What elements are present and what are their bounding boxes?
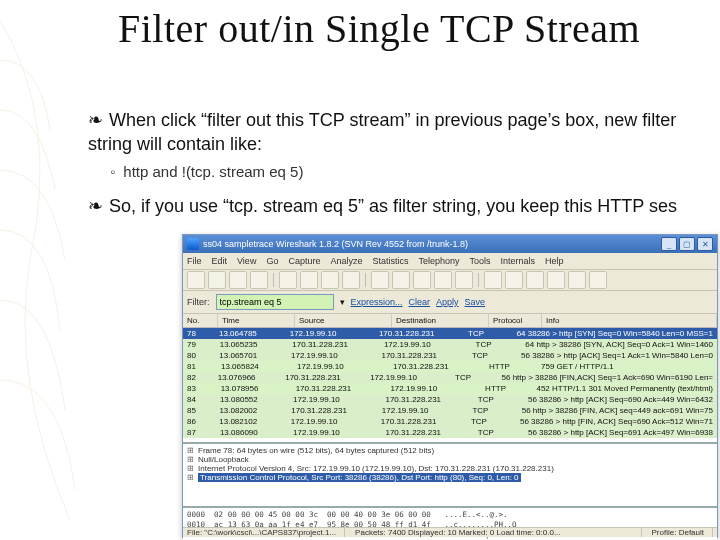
toolbar-button[interactable]	[434, 271, 452, 289]
cell-dst: 170.31.228.231	[389, 361, 485, 372]
toolbar-button[interactable]	[413, 271, 431, 289]
status-profile: Profile: Default	[652, 528, 713, 537]
menu-analyze[interactable]: Analyze	[330, 256, 362, 266]
cell-time: 13.065701	[215, 350, 287, 361]
toolbar-button[interactable]	[547, 271, 565, 289]
cell-proto: TCP	[464, 328, 513, 339]
sub-bullet-1: http and !(tcp. stream eq 5)	[110, 160, 708, 184]
cell-dst: 172.19.99.10	[366, 372, 451, 383]
col-proto[interactable]: Protocol	[489, 314, 542, 327]
toolbar-button[interactable]	[229, 271, 247, 289]
packet-row[interactable]: 7913.065235170.31.228.231172.19.99.10TCP…	[183, 339, 717, 350]
packet-row[interactable]: 8513.082002170.31.228.231172.19.99.10TCP…	[183, 405, 717, 416]
cell-proto: HTTP	[485, 361, 537, 372]
menu-go[interactable]: Go	[266, 256, 278, 266]
packet-row[interactable]: 8413.080552172.19.99.10170.31.228.231TCP…	[183, 394, 717, 405]
bullet-2: So, if you use “tcp. stream eq 5” as fil…	[88, 194, 708, 218]
cell-num: 81	[183, 361, 217, 372]
minimize-button[interactable]: _	[661, 237, 677, 251]
expression-link[interactable]: Expression...	[351, 297, 403, 307]
wireshark-window: ss04 sampletrace Wireshark 1.8.2 (SVN Re…	[182, 234, 718, 538]
slide-title: Filter out/in Single TCP Stream	[118, 6, 640, 52]
filter-label: Filter:	[187, 297, 210, 307]
toolbar-button[interactable]	[321, 271, 339, 289]
cell-src: 172.19.99.10	[287, 350, 377, 361]
toolbar-button[interactable]	[300, 271, 318, 289]
separator	[478, 273, 479, 287]
menu-bar: File Edit View Go Capture Analyze Statis…	[183, 253, 717, 270]
packet-list-pane: No. Time Source Destination Protocol Inf…	[183, 314, 717, 444]
cell-proto: TCP	[468, 405, 517, 416]
packet-row[interactable]: 8613.082102172.19.99.10170.31.228.231TCP…	[183, 416, 717, 427]
detail-line[interactable]: Transmission Control Protocol, Src Port:…	[187, 473, 713, 482]
packet-row[interactable]: 8713.086090172.19.99.10170.31.228.231TCP…	[183, 427, 717, 438]
menu-statistics[interactable]: Statistics	[372, 256, 408, 266]
filter-dropdown-icon[interactable]: ▾	[340, 297, 345, 307]
window-titlebar[interactable]: ss04 sampletrace Wireshark 1.8.2 (SVN Re…	[183, 235, 717, 253]
menu-tools[interactable]: Tools	[470, 256, 491, 266]
col-time[interactable]: Time	[218, 314, 295, 327]
cell-info: 56 http > 38286 [FIN,ACK] Seq=1 Ack=690 …	[498, 372, 717, 383]
toolbar-button[interactable]	[342, 271, 360, 289]
cell-src: 172.19.99.10	[293, 361, 389, 372]
cell-src: 172.19.99.10	[289, 394, 381, 405]
packet-list-body: 7813.064785172.19.99.10170.31.228.231TCP…	[183, 328, 717, 438]
cell-src: 172.19.99.10	[286, 328, 375, 339]
cell-time: 13.086090	[216, 427, 289, 438]
packet-row[interactable]: 7813.064785172.19.99.10170.31.228.231TCP…	[183, 328, 717, 339]
toolbar-button[interactable]	[187, 271, 205, 289]
col-dst[interactable]: Destination	[392, 314, 489, 327]
menu-file[interactable]: File	[187, 256, 202, 266]
menu-capture[interactable]: Capture	[288, 256, 320, 266]
menu-internals[interactable]: Internals	[501, 256, 536, 266]
toolbar-button[interactable]	[455, 271, 473, 289]
apply-link[interactable]: Apply	[436, 297, 459, 307]
cell-dst: 170.31.228.231	[377, 416, 467, 427]
cell-info: 56 38286 > http [ACK] Seq=1 Ack=1 Win=58…	[517, 350, 717, 361]
cell-proto: TCP	[474, 394, 524, 405]
toolbar-button[interactable]	[279, 271, 297, 289]
cell-src: 172.19.99.10	[289, 427, 381, 438]
toolbar-button[interactable]	[505, 271, 523, 289]
col-num[interactable]: No.	[183, 314, 218, 327]
cell-dst: 172.19.99.10	[378, 405, 469, 416]
packet-row[interactable]: 8013.065701172.19.99.10170.31.228.231TCP…	[183, 350, 717, 361]
packet-row[interactable]: 8113.065824172.19.99.10170.31.228.231HTT…	[183, 361, 717, 372]
save-link[interactable]: Save	[465, 297, 486, 307]
toolbar-button[interactable]	[484, 271, 502, 289]
toolbar-button[interactable]	[250, 271, 268, 289]
decorative-leaf-graphic	[0, 0, 140, 540]
app-icon	[187, 238, 199, 250]
cell-info: 452 HTTP/1.1 301 Moved Permanently (text…	[532, 383, 717, 394]
cell-info: 56 38286 > http [ACK] Seq=691 Ack=497 Wi…	[524, 427, 717, 438]
close-button[interactable]: ✕	[697, 237, 713, 251]
detail-line[interactable]: Frame 78: 64 bytes on wire (512 bits), 6…	[187, 446, 713, 455]
cell-info: 64 38286 > http [SYN] Seq=0 Win=5840 Len…	[513, 328, 717, 339]
col-info[interactable]: Info	[542, 314, 717, 327]
menu-view[interactable]: View	[237, 256, 256, 266]
detail-line[interactable]: Null/Loopback	[187, 455, 713, 464]
menu-telephony[interactable]: Telephony	[418, 256, 459, 266]
col-src[interactable]: Source	[295, 314, 392, 327]
packet-row[interactable]: 8213.076966170.31.228.231172.19.99.10TCP…	[183, 372, 717, 383]
toolbar-button[interactable]	[392, 271, 410, 289]
toolbar-button[interactable]	[371, 271, 389, 289]
cell-time: 13.078956	[217, 383, 292, 394]
clear-link[interactable]: Clear	[409, 297, 431, 307]
packet-detail-pane[interactable]: Frame 78: 64 bytes on wire (512 bits), 6…	[183, 444, 717, 508]
cell-src: 170.31.228.231	[287, 405, 378, 416]
toolbar-button[interactable]	[526, 271, 544, 289]
maximize-button[interactable]: ▢	[679, 237, 695, 251]
filter-input[interactable]	[216, 294, 334, 310]
toolbar-button[interactable]	[208, 271, 226, 289]
detail-line[interactable]: Internet Protocol Version 4, Src: 172.19…	[187, 464, 713, 473]
packet-row[interactable]: 8313.078956170.31.228.231172.19.99.10HTT…	[183, 383, 717, 394]
cell-info: 56 38286 > http [ACK] Seq=690 Ack=449 Wi…	[524, 394, 717, 405]
menu-edit[interactable]: Edit	[212, 256, 228, 266]
toolbar-button[interactable]	[589, 271, 607, 289]
menu-help[interactable]: Help	[545, 256, 564, 266]
toolbar-button[interactable]	[568, 271, 586, 289]
cell-num: 78	[183, 328, 215, 339]
cell-dst: 170.31.228.231	[381, 427, 473, 438]
cell-time: 13.065235	[216, 339, 289, 350]
